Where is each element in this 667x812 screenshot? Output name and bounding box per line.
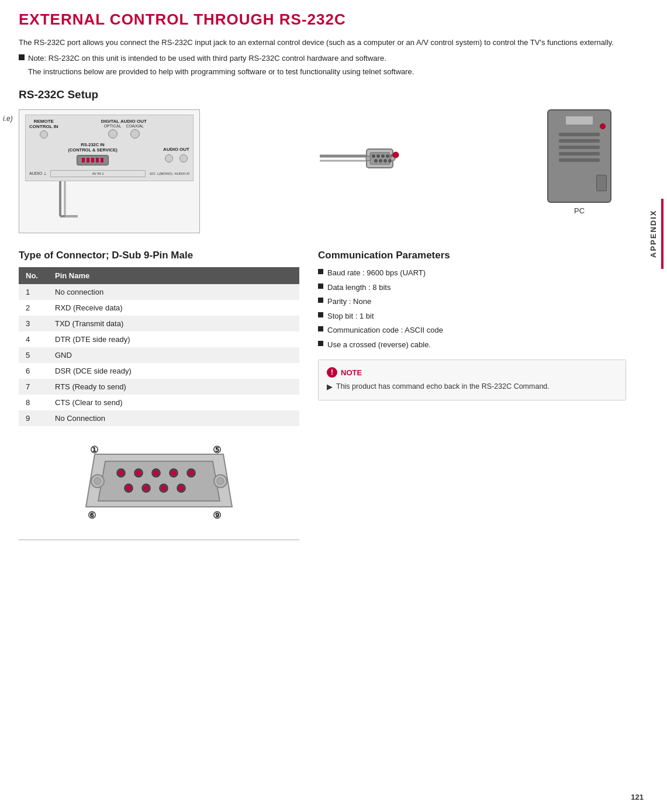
rs232-port-label: RS-232C IN(CONTROL & SERVICE) — [29, 142, 156, 153]
pin-name: DSR (DCE side ready) — [48, 363, 299, 379]
table-row: 6DSR (DCE side ready) — [19, 363, 299, 379]
pin-name: No Connection — [48, 410, 299, 426]
comm-heading: Communication Parameters — [318, 250, 626, 261]
table-row: 2RXD (Receive data) — [19, 300, 299, 316]
audio-out-label: AUDIO OUT — [163, 147, 189, 152]
tv-diagram: i.e) REMOTECONTROL IN DIGITAL AUDIO OUT — [19, 109, 200, 233]
svg-point-19 — [393, 152, 399, 158]
pin-name: CTS (Clear to send) — [48, 395, 299, 410]
list-item: Communication code : ASCII code — [318, 324, 626, 336]
pin-name: RTS (Ready to send) — [48, 379, 299, 395]
svg-point-38 — [136, 470, 141, 476]
note-indent: The instructions below are provided to h… — [19, 66, 626, 78]
pin-no: 9 — [19, 410, 48, 426]
pin-name: GND — [48, 347, 299, 363]
svg-text:⑨: ⑨ — [213, 510, 221, 520]
list-item: Baud rate : 9600 bps (UART) — [318, 267, 626, 279]
bullet-square-icon — [318, 269, 323, 274]
table-row: 9No Connection — [19, 410, 299, 426]
remote-label: REMOTECONTROL IN — [29, 119, 58, 129]
pin-no: 3 — [19, 316, 48, 331]
svg-point-14 — [379, 159, 382, 163]
pc-label: PC — [574, 206, 585, 215]
pin-name: RXD (Receive data) — [48, 300, 299, 316]
page-title: EXTERNAL CONTROL THROUGH RS-232C — [19, 11, 626, 29]
note-arrow-icon: ▶ — [327, 381, 333, 393]
note-icon: ! — [327, 367, 337, 378]
pin-no: 4 — [19, 331, 48, 347]
comm-list: Baud rate : 9600 bps (UART)Data length :… — [318, 267, 626, 350]
pc-box — [547, 109, 611, 203]
ie-label: i.e) — [3, 115, 13, 123]
pin-name: TXD (Transmit data) — [48, 316, 299, 331]
list-item: Use a crossed (reverse) cable. — [318, 339, 626, 351]
bottom-ports-label: -EO L(MONO) -AUDIO-R — [149, 172, 189, 175]
svg-point-43 — [143, 485, 149, 491]
svg-point-11 — [386, 154, 389, 158]
cable-down-svg — [49, 181, 84, 228]
list-item: Data length : 8 bits — [318, 282, 626, 293]
note-line: Note: RS-232C on this unit is intended t… — [19, 53, 626, 65]
note-title: ! NOTE — [327, 367, 617, 378]
list-item-text: Baud rate : 9600 bps (UART) — [327, 267, 426, 279]
list-item: Stop bit : 1 bit — [318, 310, 626, 322]
coaxial-port — [130, 129, 140, 139]
pin-no: 1 — [19, 284, 48, 300]
bullet-square-icon — [318, 341, 323, 346]
optical-port — [108, 129, 117, 139]
svg-point-17 — [366, 156, 371, 161]
intro-paragraph: The RS-232C port allows you connect the … — [19, 37, 626, 49]
bullet-square-icon — [318, 298, 323, 303]
svg-text:①: ① — [90, 445, 98, 455]
pin-no: 7 — [19, 379, 48, 395]
table-row: 3TXD (Transmit data) — [19, 316, 299, 331]
list-item-text: Communication code : ASCII code — [327, 324, 443, 336]
table-row: 1No connection — [19, 284, 299, 300]
svg-point-41 — [188, 470, 194, 476]
svg-point-37 — [118, 470, 124, 476]
lower-section: Type of Connector; D-Sub 9-Pin Male No. … — [19, 250, 626, 540]
col-pin-header: Pin Name — [48, 267, 299, 284]
list-item-text: Use a crossed (reverse) cable. — [327, 339, 431, 351]
page-number: 121 — [631, 793, 644, 801]
bullet-square-icon — [318, 284, 323, 289]
pin-name: No connection — [48, 284, 299, 300]
avin-label: AV IN 1 — [50, 170, 146, 177]
svg-point-32 — [217, 478, 224, 485]
svg-text:⑥: ⑥ — [88, 510, 96, 520]
svg-point-44 — [161, 485, 167, 491]
pc-diagram: PC — [533, 109, 626, 215]
list-item-text: Parity : None — [327, 296, 371, 307]
setup-diagram: i.e) REMOTECONTROL IN DIGITAL AUDIO OUT — [19, 109, 626, 233]
audio-out-l — [165, 154, 173, 163]
bullet-square-icon — [318, 312, 323, 317]
list-item-text: Data length : 8 bits — [327, 282, 390, 293]
rs232-connector — [29, 155, 156, 165]
svg-point-9 — [376, 154, 380, 158]
table-row: 5GND — [19, 347, 299, 363]
connector-section: Type of Connector; D-Sub 9-Pin Male No. … — [19, 250, 299, 540]
table-row: 7RTS (Ready to send) — [19, 379, 299, 395]
pin-no: 5 — [19, 347, 48, 363]
comm-section: Communication Parameters Baud rate : 960… — [318, 250, 626, 400]
setup-heading: RS-232C Setup — [19, 88, 626, 101]
bottom-divider — [19, 540, 299, 540]
pin-no: 6 — [19, 363, 48, 379]
svg-point-13 — [374, 159, 378, 163]
pin-table: No. Pin Name 1No connection2RXD (Receive… — [19, 267, 299, 426]
svg-point-10 — [381, 154, 385, 158]
col-no-header: No. — [19, 267, 48, 284]
note-box: ! NOTE ▶ This product has command echo b… — [318, 360, 626, 400]
cable-connector-svg — [214, 109, 519, 226]
table-row: 4DTR (DTE side ready) — [19, 331, 299, 347]
pin-no: 2 — [19, 300, 48, 316]
dsub-diagram: ① ⑤ ⑥ ⑨ — [19, 436, 299, 529]
svg-text:⑤: ⑤ — [213, 445, 221, 455]
pin-name: DTR (DTE side ready) — [48, 331, 299, 347]
pc-connector — [565, 115, 594, 126]
remote-port — [40, 130, 48, 139]
connector-heading: Type of Connector; D-Sub 9-Pin Male — [19, 250, 299, 261]
audio-label: AUDIO ⊥ — [29, 171, 47, 176]
digital-audio-label: DIGITAL AUDIO OUT — [62, 119, 186, 124]
svg-point-42 — [126, 485, 132, 491]
